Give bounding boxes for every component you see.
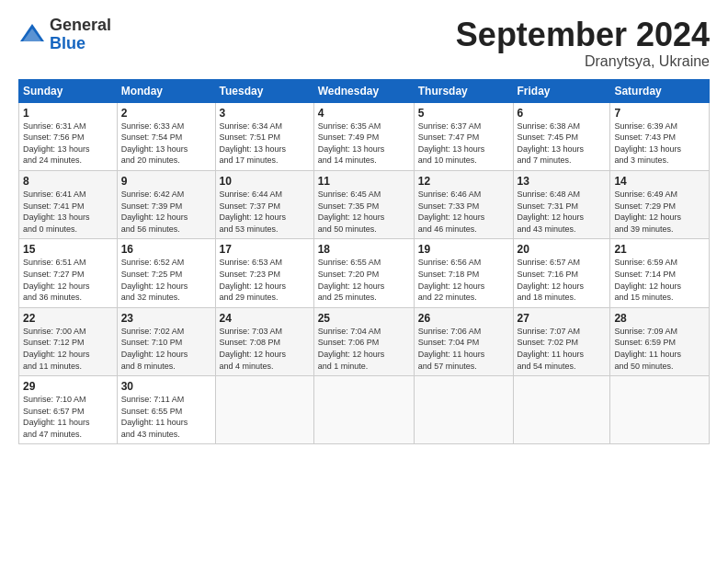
calendar-cell: 23Sunrise: 7:02 AMSunset: 7:10 PMDayligh… [117, 307, 215, 375]
day-info: Sunrise: 6:52 AMSunset: 7:25 PMDaylight:… [121, 257, 211, 303]
day-info: Sunrise: 7:03 AMSunset: 7:08 PMDaylight:… [220, 326, 310, 372]
day-info: Sunrise: 6:46 AMSunset: 7:33 PMDaylight:… [418, 189, 509, 235]
calendar-cell: 28Sunrise: 7:09 AMSunset: 6:59 PMDayligh… [610, 307, 710, 375]
day-info: Sunrise: 7:06 AMSunset: 7:04 PMDaylight:… [418, 326, 509, 372]
calendar-cell: 3Sunrise: 6:34 AMSunset: 7:51 PMDaylight… [215, 102, 313, 170]
calendar-cell: 2Sunrise: 6:33 AMSunset: 7:54 PMDaylight… [117, 102, 215, 170]
day-info: Sunrise: 6:59 AMSunset: 7:14 PMDaylight:… [614, 257, 705, 303]
col-monday: Monday [117, 79, 215, 102]
day-info: Sunrise: 6:37 AMSunset: 7:47 PMDaylight:… [418, 121, 509, 167]
day-number: 17 [220, 243, 310, 256]
calendar-week-row-3: 15Sunrise: 6:51 AMSunset: 7:27 PMDayligh… [19, 239, 710, 307]
calendar-week-row-1: 1Sunrise: 6:31 AMSunset: 7:56 PMDaylight… [19, 102, 710, 170]
day-number: 15 [23, 243, 113, 256]
calendar-cell: 29Sunrise: 7:10 AMSunset: 6:57 PMDayligh… [19, 376, 118, 444]
calendar-cell [313, 376, 414, 444]
logo-icon [18, 21, 46, 49]
calendar-cell [215, 376, 313, 444]
calendar-cell: 4Sunrise: 6:35 AMSunset: 7:49 PMDaylight… [313, 102, 414, 170]
header: General Blue September 2024 Dranytsya, U… [18, 17, 710, 70]
day-number: 6 [518, 107, 607, 120]
calendar-cell: 18Sunrise: 6:55 AMSunset: 7:20 PMDayligh… [313, 239, 414, 307]
day-number: 7 [614, 107, 705, 120]
day-info: Sunrise: 6:53 AMSunset: 7:23 PMDaylight:… [220, 257, 310, 303]
calendar-cell: 25Sunrise: 7:04 AMSunset: 7:06 PMDayligh… [313, 307, 414, 375]
day-number: 16 [121, 243, 211, 256]
calendar-cell: 15Sunrise: 6:51 AMSunset: 7:27 PMDayligh… [19, 239, 118, 307]
calendar-cell [513, 376, 610, 444]
col-friday: Friday [513, 79, 610, 102]
page: General Blue September 2024 Dranytsya, U… [0, 0, 728, 563]
day-number: 1 [23, 107, 113, 120]
col-wednesday: Wednesday [313, 79, 414, 102]
day-number: 3 [220, 107, 310, 120]
day-number: 28 [614, 312, 705, 325]
day-info: Sunrise: 6:55 AMSunset: 7:20 PMDaylight:… [318, 257, 410, 303]
day-info: Sunrise: 6:45 AMSunset: 7:35 PMDaylight:… [318, 189, 410, 235]
day-number: 24 [220, 312, 310, 325]
logo-text: General Blue [50, 17, 111, 53]
calendar-cell: 26Sunrise: 7:06 AMSunset: 7:04 PMDayligh… [414, 307, 513, 375]
calendar-cell: 6Sunrise: 6:38 AMSunset: 7:45 PMDaylight… [513, 102, 610, 170]
day-info: Sunrise: 6:51 AMSunset: 7:27 PMDaylight:… [23, 257, 113, 303]
calendar-week-row-4: 22Sunrise: 7:00 AMSunset: 7:12 PMDayligh… [19, 307, 710, 375]
day-number: 26 [418, 312, 509, 325]
calendar-cell: 11Sunrise: 6:45 AMSunset: 7:35 PMDayligh… [313, 170, 414, 238]
calendar-cell: 1Sunrise: 6:31 AMSunset: 7:56 PMDaylight… [19, 102, 118, 170]
day-info: Sunrise: 7:10 AMSunset: 6:57 PMDaylight:… [23, 394, 113, 440]
day-info: Sunrise: 6:35 AMSunset: 7:49 PMDaylight:… [318, 121, 410, 167]
calendar-cell: 14Sunrise: 6:49 AMSunset: 7:29 PMDayligh… [610, 170, 710, 238]
calendar-cell: 20Sunrise: 6:57 AMSunset: 7:16 PMDayligh… [513, 239, 610, 307]
day-number: 27 [518, 312, 607, 325]
day-info: Sunrise: 7:02 AMSunset: 7:10 PMDaylight:… [121, 326, 211, 372]
day-info: Sunrise: 6:44 AMSunset: 7:37 PMDaylight:… [220, 189, 310, 235]
day-number: 14 [614, 175, 705, 188]
calendar-cell: 30Sunrise: 7:11 AMSunset: 6:55 PMDayligh… [117, 376, 215, 444]
day-info: Sunrise: 6:57 AMSunset: 7:16 PMDaylight:… [518, 257, 607, 303]
day-number: 29 [23, 380, 113, 393]
col-sunday: Sunday [19, 79, 118, 102]
col-saturday: Saturday [610, 79, 710, 102]
day-number: 21 [614, 243, 705, 256]
day-number: 19 [418, 243, 509, 256]
calendar-cell: 16Sunrise: 6:52 AMSunset: 7:25 PMDayligh… [117, 239, 215, 307]
day-number: 9 [121, 175, 211, 188]
calendar-cell: 17Sunrise: 6:53 AMSunset: 7:23 PMDayligh… [215, 239, 313, 307]
calendar-cell: 24Sunrise: 7:03 AMSunset: 7:08 PMDayligh… [215, 307, 313, 375]
day-info: Sunrise: 7:04 AMSunset: 7:06 PMDaylight:… [318, 326, 410, 372]
calendar-cell: 7Sunrise: 6:39 AMSunset: 7:43 PMDaylight… [610, 102, 710, 170]
calendar-cell: 9Sunrise: 6:42 AMSunset: 7:39 PMDaylight… [117, 170, 215, 238]
month-title: September 2024 [456, 17, 710, 53]
day-info: Sunrise: 6:42 AMSunset: 7:39 PMDaylight:… [121, 189, 211, 235]
location-subtitle: Dranytsya, Ukraine [456, 53, 710, 70]
title-block: September 2024 Dranytsya, Ukraine [456, 17, 710, 70]
day-number: 2 [121, 107, 211, 120]
calendar-table: Sunday Monday Tuesday Wednesday Thursday… [18, 79, 710, 445]
calendar-cell: 12Sunrise: 6:46 AMSunset: 7:33 PMDayligh… [414, 170, 513, 238]
calendar-cell: 19Sunrise: 6:56 AMSunset: 7:18 PMDayligh… [414, 239, 513, 307]
day-number: 13 [518, 175, 607, 188]
day-number: 4 [318, 107, 410, 120]
day-number: 25 [318, 312, 410, 325]
day-number: 11 [318, 175, 410, 188]
day-number: 12 [418, 175, 509, 188]
day-info: Sunrise: 6:33 AMSunset: 7:54 PMDaylight:… [121, 121, 211, 167]
calendar-cell: 10Sunrise: 6:44 AMSunset: 7:37 PMDayligh… [215, 170, 313, 238]
day-info: Sunrise: 6:49 AMSunset: 7:29 PMDaylight:… [614, 189, 705, 235]
calendar-cell [610, 376, 710, 444]
day-number: 23 [121, 312, 211, 325]
day-info: Sunrise: 6:56 AMSunset: 7:18 PMDaylight:… [418, 257, 509, 303]
day-number: 5 [418, 107, 509, 120]
day-info: Sunrise: 7:00 AMSunset: 7:12 PMDaylight:… [23, 326, 113, 372]
day-info: Sunrise: 6:48 AMSunset: 7:31 PMDaylight:… [518, 189, 607, 235]
calendar-cell: 21Sunrise: 6:59 AMSunset: 7:14 PMDayligh… [610, 239, 710, 307]
day-info: Sunrise: 7:11 AMSunset: 6:55 PMDaylight:… [121, 394, 211, 440]
day-number: 18 [318, 243, 410, 256]
day-info: Sunrise: 6:34 AMSunset: 7:51 PMDaylight:… [220, 121, 310, 167]
col-thursday: Thursday [414, 79, 513, 102]
calendar-header-row: Sunday Monday Tuesday Wednesday Thursday… [19, 79, 710, 102]
calendar-week-row-5: 29Sunrise: 7:10 AMSunset: 6:57 PMDayligh… [19, 376, 710, 444]
calendar-cell: 5Sunrise: 6:37 AMSunset: 7:47 PMDaylight… [414, 102, 513, 170]
calendar-week-row-2: 8Sunrise: 6:41 AMSunset: 7:41 PMDaylight… [19, 170, 710, 238]
day-number: 8 [23, 175, 113, 188]
